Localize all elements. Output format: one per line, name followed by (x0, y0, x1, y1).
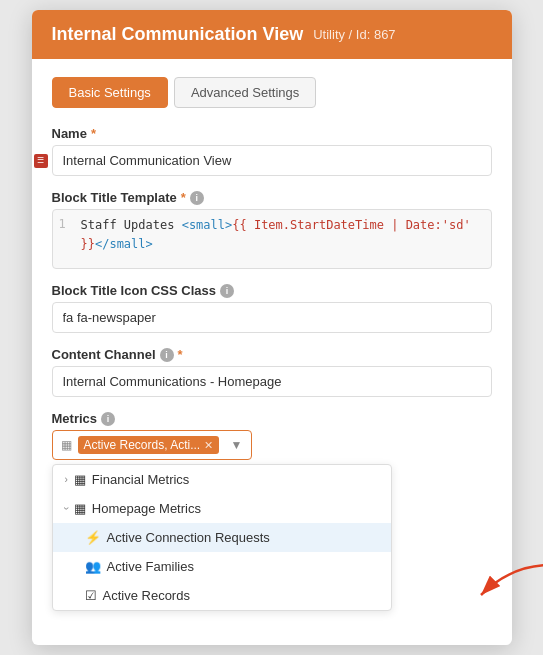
metrics-pill: Active Records, Acti... ✕ (78, 436, 220, 454)
block-title-icon-group: Block Title Icon CSS Class i (52, 283, 492, 333)
content-channel-info-icon: i (160, 348, 174, 362)
name-required: * (91, 126, 96, 141)
check-icon: ☑ (85, 588, 97, 603)
metrics-dropdown-tree: › ▦ Financial Metrics › ▦ Homepage Metri… (52, 464, 392, 611)
block-title-icon-info-icon: i (220, 284, 234, 298)
block-title-required: * (181, 190, 186, 205)
name-input[interactable] (52, 145, 492, 176)
metrics-label: Metrics i (52, 411, 492, 426)
name-label: Name * (52, 126, 492, 141)
content-channel-required: * (178, 347, 183, 362)
tab-advanced[interactable]: Advanced Settings (174, 77, 316, 108)
tab-basic[interactable]: Basic Settings (52, 77, 168, 108)
block-title-code-editor[interactable]: 1 Staff Updates <small>{{ Item.StartDate… (52, 209, 492, 269)
metrics-pill-label: Active Records, Acti... (84, 438, 201, 452)
card-header: Internal Communication View Utility / Id… (32, 10, 512, 59)
family-icon: 👥 (85, 559, 101, 574)
homepage-metrics-section[interactable]: › ▦ Homepage Metrics (53, 494, 391, 523)
name-field-group: Name * ☰ (52, 126, 492, 176)
financial-bar-chart-icon: ▦ (74, 472, 86, 487)
financial-metrics-label: Financial Metrics (92, 472, 190, 487)
homepage-bar-chart-icon: ▦ (74, 501, 86, 516)
financial-chevron-icon: › (65, 474, 68, 485)
name-drag-handle: ☰ (34, 154, 48, 168)
settings-card: Internal Communication View Utility / Id… (32, 10, 512, 645)
content-channel-input[interactable] (52, 366, 492, 397)
block-title-info-icon: i (190, 191, 204, 205)
block-title-template-label: Block Title Template * i (52, 190, 492, 205)
active-records-item[interactable]: ☑ Active Records (53, 581, 391, 610)
active-connection-requests-item[interactable]: ⚡ Active Connection Requests (53, 523, 391, 552)
code-content: Staff Updates <small>{{ Item.StartDateTi… (81, 216, 481, 254)
metrics-info-icon: i (101, 412, 115, 426)
active-families-item[interactable]: 👥 Active Families (53, 552, 391, 581)
page-subtitle: Utility / Id: 867 (313, 27, 395, 42)
homepage-metrics-label: Homepage Metrics (92, 501, 201, 516)
active-connection-requests-label: Active Connection Requests (107, 530, 270, 545)
metrics-bar-chart-icon: ▦ (61, 438, 72, 452)
block-title-icon-label: Block Title Icon CSS Class i (52, 283, 492, 298)
financial-metrics-section[interactable]: › ▦ Financial Metrics (53, 465, 391, 494)
metrics-pill-remove[interactable]: ✕ (204, 439, 213, 452)
content-channel-label: Content Channel i * (52, 347, 492, 362)
connection-icon: ⚡ (85, 530, 101, 545)
metrics-selector[interactable]: ▦ Active Records, Acti... ✕ ▼ (52, 430, 252, 460)
block-title-icon-input[interactable] (52, 302, 492, 333)
tab-bar: Basic Settings Advanced Settings (52, 77, 492, 108)
arrow-svg (361, 555, 544, 635)
block-title-template-group: Block Title Template * i 1 Staff Updates… (52, 190, 492, 269)
card-body: Basic Settings Advanced Settings Name * … (32, 59, 512, 645)
active-records-label: Active Records (103, 588, 190, 603)
code-line-number: 1 (59, 217, 73, 231)
active-families-label: Active Families (107, 559, 194, 574)
metrics-chevron-icon: ▼ (231, 438, 243, 452)
homepage-chevron-icon: › (61, 507, 72, 510)
content-channel-group: Content Channel i * (52, 347, 492, 397)
metrics-group: Metrics i ▦ Active Records, Acti... ✕ ▼ … (52, 411, 492, 611)
page-title: Internal Communication View (52, 24, 304, 45)
